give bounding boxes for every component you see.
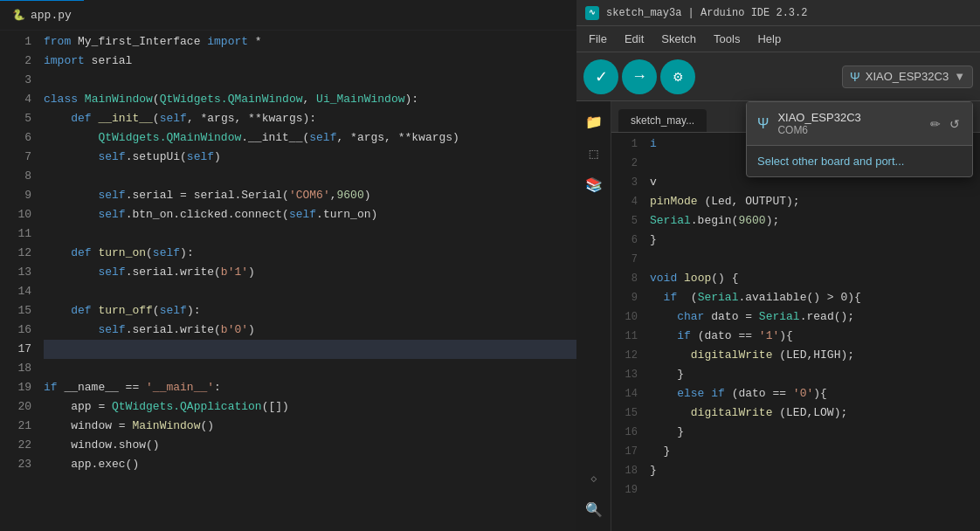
menu-tools[interactable]: Tools (705, 29, 749, 49)
line-numbers: 1234567891011121314151617181920212223 (0, 31, 37, 531)
code-line: self.setupUi(self) (44, 148, 576, 167)
arduino-code-line: } (650, 423, 980, 442)
sidebar-search-icon[interactable]: 🔍 (580, 496, 608, 524)
arduino-code-line: Serial.begin(9600); (650, 211, 980, 231)
code-line: def turn_on(self): (44, 244, 576, 263)
dropdown-refresh-button[interactable]: ↺ (948, 115, 962, 133)
dropdown-board-actions: ✏ ↺ (928, 115, 962, 133)
dropdown-usb-icon: Ψ (757, 116, 769, 132)
board-dropdown: Ψ XIAO_ESP32C3 COM6 ✏ ↺ Select other boa… (746, 101, 973, 177)
dropdown-edit-button[interactable]: ✏ (928, 115, 942, 133)
code-line (44, 359, 576, 378)
arduino-code-line: if (Serial.available() > 0){ (650, 288, 980, 307)
menu-file[interactable]: File (580, 29, 616, 49)
menu-sketch[interactable]: Sketch (652, 29, 705, 49)
arduino-code-body: 12345678910111213141516171819 i vpinMode… (611, 133, 980, 531)
board-name-label: XIAO_ESP32C3 (866, 70, 949, 83)
code-area: 1234567891011121314151617181920212223 fr… (0, 31, 576, 531)
menu-help[interactable]: Help (749, 29, 790, 49)
board-selector[interactable]: Ψ XIAO_ESP32C3 ▼ (842, 66, 973, 88)
debug-button[interactable]: ⚙ (660, 59, 695, 94)
arduino-code-line (650, 480, 980, 500)
dropdown-board-item[interactable]: Ψ XIAO_ESP32C3 COM6 ✏ ↺ (747, 102, 972, 145)
menu-edit[interactable]: Edit (616, 29, 652, 49)
sidebar-library-icon[interactable]: 📚 (580, 171, 608, 199)
arduino-line-numbers: 12345678910111213141516171819 (611, 133, 643, 531)
code-line: window = MainWindow() (44, 417, 576, 436)
arduino-code-line: if (dato == '1'){ (650, 327, 980, 346)
code-line: app = QtWidgets.QApplication([]) (44, 397, 576, 417)
sidebar-board-icon[interactable]: ⬚ (580, 140, 608, 168)
code-line: if __name__ == '__main__': (44, 378, 576, 397)
code-line: window.show() (44, 436, 576, 455)
arduino-code-line: } (650, 461, 980, 480)
arduino-code-line: } (650, 231, 980, 250)
code-line: self.btn_on.clicked.connect(self.turn_on… (44, 205, 576, 224)
arduino-code-line: else if (dato == '0'){ (650, 384, 980, 403)
arduino-window-title: sketch_may3a | Arduino IDE 2.3.2 (606, 7, 807, 19)
sidebar-debug-icon[interactable]: ⬦ (580, 465, 608, 493)
vscode-tab-label: app.py (31, 9, 72, 22)
code-line: class MainWindow(QtWidgets.QMainWindow, … (44, 90, 576, 109)
usb-icon: Ψ (850, 70, 860, 84)
dropdown-board-port: COM6 (777, 124, 860, 136)
arduino-code-line: } (650, 365, 980, 384)
code-line: app.exec() (44, 455, 576, 474)
code-line (44, 282, 576, 301)
arduino-app-icon: ∿ (585, 6, 599, 20)
vscode-panel: 🐍 app.py 1234567891011121314151617181920… (0, 0, 576, 531)
arduino-code-line: pinMode (Led, OUTPUT); (650, 192, 980, 211)
arduino-sidebar: 📁 ⬚ 📚 ⬦ 🔍 (576, 101, 611, 531)
arduino-menubar: File Edit Sketch Tools Help (576, 26, 980, 52)
arduino-tab-item[interactable]: sketch_may... (618, 109, 707, 132)
dropdown-board-info: XIAO_ESP32C3 COM6 (777, 111, 860, 136)
code-line (44, 224, 576, 244)
code-line: self.serial.write(b'0') (44, 321, 576, 340)
arduino-panel: ∿ sketch_may3a | Arduino IDE 2.3.2 File … (576, 0, 980, 531)
code-line (44, 71, 576, 90)
arduino-code-line: digitalWrite (LED,LOW); (650, 403, 980, 423)
vscode-tab-bar: 🐍 app.py (0, 0, 576, 31)
code-line: self.serial = serial.Serial('COM6',9600) (44, 186, 576, 205)
code-line (44, 340, 576, 359)
dropdown-other-board[interactable]: Select other board and port... (747, 146, 972, 176)
code-line: import serial (44, 52, 576, 71)
code-line: def __init__(self, *args, **kwargs): (44, 109, 576, 128)
dropdown-board-name: XIAO_ESP32C3 (777, 111, 860, 124)
arduino-code-line: char dato = Serial.read(); (650, 307, 980, 327)
sidebar-folder-icon[interactable]: 📁 (580, 108, 608, 136)
arduino-titlebar: ∿ sketch_may3a | Arduino IDE 2.3.2 (576, 0, 980, 26)
arduino-code-line: digitalWrite (LED,HIGH); (650, 346, 980, 365)
code-line (44, 167, 576, 186)
python-file-icon: 🐍 (12, 9, 25, 22)
code-content[interactable]: from My_first_Interface import *import s… (37, 31, 576, 531)
arduino-code-content[interactable]: i vpinMode (Led, OUTPUT);Serial.begin(96… (643, 133, 980, 531)
board-dropdown-arrow: ▼ (954, 70, 965, 83)
arduino-code-line: } (650, 442, 980, 461)
code-line: QtWidgets.QMainWindow.__init__(self, *ar… (44, 128, 576, 148)
arduino-toolbar: ✓ → ⚙ Ψ XIAO_ESP32C3 ▼ (576, 52, 980, 101)
upload-button[interactable]: → (622, 59, 657, 94)
vscode-tab-item[interactable]: 🐍 app.py (0, 0, 84, 30)
arduino-code-line (650, 250, 980, 269)
code-line: self.serial.write(b'1') (44, 263, 576, 282)
arduino-code-line: void loop() { (650, 269, 980, 288)
code-line: def turn_off(self): (44, 301, 576, 321)
code-line: from My_first_Interface import * (44, 32, 576, 52)
verify-button[interactable]: ✓ (583, 59, 618, 94)
